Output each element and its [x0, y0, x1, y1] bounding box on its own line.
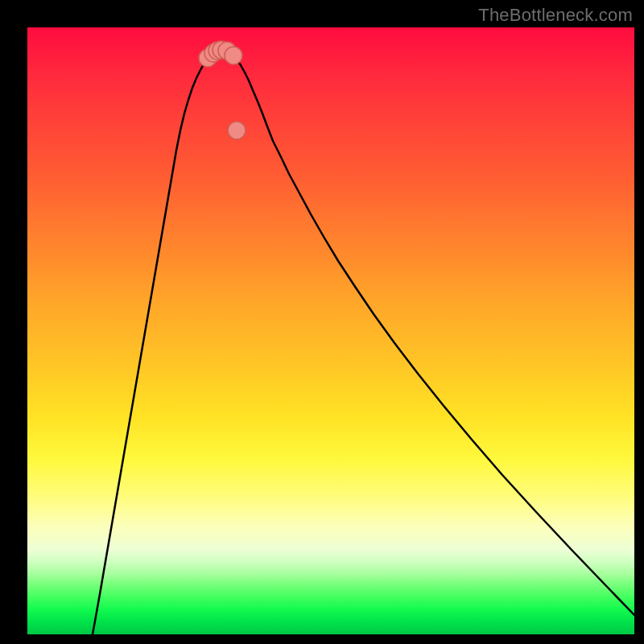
bottleneck-curve	[93, 50, 634, 634]
chart-svg	[27, 27, 634, 634]
curve-marker	[228, 122, 246, 139]
curve-markers	[199, 41, 246, 139]
watermark-text: TheBottleneck.com	[478, 5, 633, 26]
curve-marker	[225, 47, 242, 64]
plot-area	[27, 27, 634, 634]
chart-outer-frame: TheBottleneck.com	[0, 0, 644, 644]
